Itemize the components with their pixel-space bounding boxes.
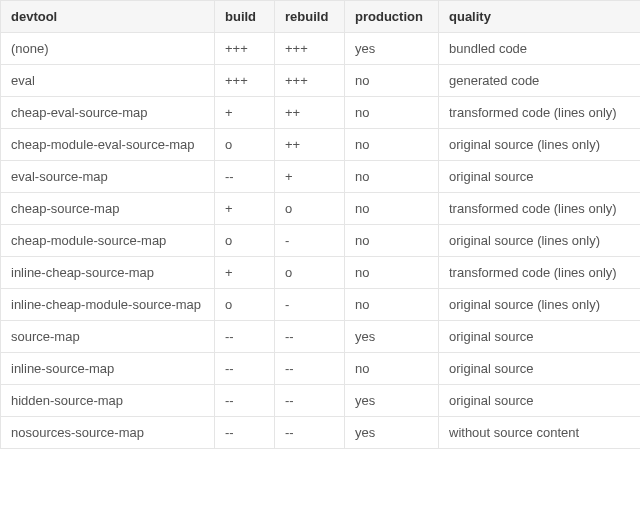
cell-quality: original source xyxy=(439,385,641,417)
cell-build: + xyxy=(215,97,275,129)
cell-devtool: cheap-source-map xyxy=(1,193,215,225)
cell-devtool: hidden-source-map xyxy=(1,385,215,417)
table-row: inline-cheap-module-source-mapo-noorigin… xyxy=(1,289,641,321)
table-row: inline-source-map----nooriginal source xyxy=(1,353,641,385)
cell-rebuild: -- xyxy=(275,321,345,353)
col-header-devtool: devtool xyxy=(1,1,215,33)
cell-rebuild: o xyxy=(275,257,345,289)
table-row: source-map----yesoriginal source xyxy=(1,321,641,353)
cell-build: +++ xyxy=(215,33,275,65)
cell-devtool: source-map xyxy=(1,321,215,353)
cell-production: yes xyxy=(345,385,439,417)
cell-quality: original source (lines only) xyxy=(439,289,641,321)
cell-production: yes xyxy=(345,33,439,65)
cell-rebuild: + xyxy=(275,161,345,193)
cell-devtool: eval xyxy=(1,65,215,97)
col-header-quality: quality xyxy=(439,1,641,33)
col-header-build: build xyxy=(215,1,275,33)
cell-build: -- xyxy=(215,385,275,417)
table-row: (none)++++++yesbundled code xyxy=(1,33,641,65)
table-row: cheap-module-source-mapo-nooriginal sour… xyxy=(1,225,641,257)
cell-rebuild: +++ xyxy=(275,65,345,97)
cell-rebuild: o xyxy=(275,193,345,225)
cell-devtool: inline-source-map xyxy=(1,353,215,385)
table-row: cheap-source-map+onotransformed code (li… xyxy=(1,193,641,225)
table-row: eval-source-map--+nooriginal source xyxy=(1,161,641,193)
cell-rebuild: ++ xyxy=(275,97,345,129)
table-row: cheap-module-eval-source-mapo++noorigina… xyxy=(1,129,641,161)
cell-devtool: cheap-module-source-map xyxy=(1,225,215,257)
cell-devtool: nosources-source-map xyxy=(1,417,215,449)
table-body: (none)++++++yesbundled codeeval++++++nog… xyxy=(1,33,641,449)
cell-production: no xyxy=(345,161,439,193)
cell-production: no xyxy=(345,225,439,257)
cell-quality: original source (lines only) xyxy=(439,225,641,257)
cell-quality: transformed code (lines only) xyxy=(439,193,641,225)
cell-quality: generated code xyxy=(439,65,641,97)
cell-devtool: eval-source-map xyxy=(1,161,215,193)
cell-rebuild: -- xyxy=(275,417,345,449)
cell-quality: transformed code (lines only) xyxy=(439,257,641,289)
cell-build: -- xyxy=(215,321,275,353)
cell-production: no xyxy=(345,129,439,161)
cell-build: +++ xyxy=(215,65,275,97)
cell-production: no xyxy=(345,193,439,225)
cell-rebuild: - xyxy=(275,225,345,257)
cell-quality: bundled code xyxy=(439,33,641,65)
cell-devtool: cheap-module-eval-source-map xyxy=(1,129,215,161)
cell-production: yes xyxy=(345,417,439,449)
cell-build: o xyxy=(215,129,275,161)
cell-quality: without source content xyxy=(439,417,641,449)
cell-build: o xyxy=(215,289,275,321)
cell-build: + xyxy=(215,193,275,225)
cell-production: no xyxy=(345,97,439,129)
devtool-table: devtool build rebuild production quality… xyxy=(0,0,640,449)
cell-quality: original source xyxy=(439,321,641,353)
cell-production: yes xyxy=(345,321,439,353)
cell-quality: original source xyxy=(439,353,641,385)
cell-rebuild: -- xyxy=(275,385,345,417)
cell-build: o xyxy=(215,225,275,257)
table-row: hidden-source-map----yesoriginal source xyxy=(1,385,641,417)
cell-production: no xyxy=(345,353,439,385)
cell-rebuild: - xyxy=(275,289,345,321)
cell-quality: original source xyxy=(439,161,641,193)
col-header-production: production xyxy=(345,1,439,33)
cell-devtool: (none) xyxy=(1,33,215,65)
cell-build: + xyxy=(215,257,275,289)
cell-production: no xyxy=(345,65,439,97)
table-header-row: devtool build rebuild production quality xyxy=(1,1,641,33)
cell-quality: transformed code (lines only) xyxy=(439,97,641,129)
cell-build: -- xyxy=(215,161,275,193)
col-header-rebuild: rebuild xyxy=(275,1,345,33)
cell-rebuild: -- xyxy=(275,353,345,385)
cell-rebuild: +++ xyxy=(275,33,345,65)
cell-quality: original source (lines only) xyxy=(439,129,641,161)
table-row: inline-cheap-source-map+onotransformed c… xyxy=(1,257,641,289)
table-row: cheap-eval-source-map+++notransformed co… xyxy=(1,97,641,129)
cell-build: -- xyxy=(215,353,275,385)
cell-build: -- xyxy=(215,417,275,449)
table-row: eval++++++nogenerated code xyxy=(1,65,641,97)
cell-devtool: inline-cheap-module-source-map xyxy=(1,289,215,321)
cell-devtool: cheap-eval-source-map xyxy=(1,97,215,129)
cell-production: no xyxy=(345,257,439,289)
cell-production: no xyxy=(345,289,439,321)
table-row: nosources-source-map----yeswithout sourc… xyxy=(1,417,641,449)
cell-rebuild: ++ xyxy=(275,129,345,161)
cell-devtool: inline-cheap-source-map xyxy=(1,257,215,289)
